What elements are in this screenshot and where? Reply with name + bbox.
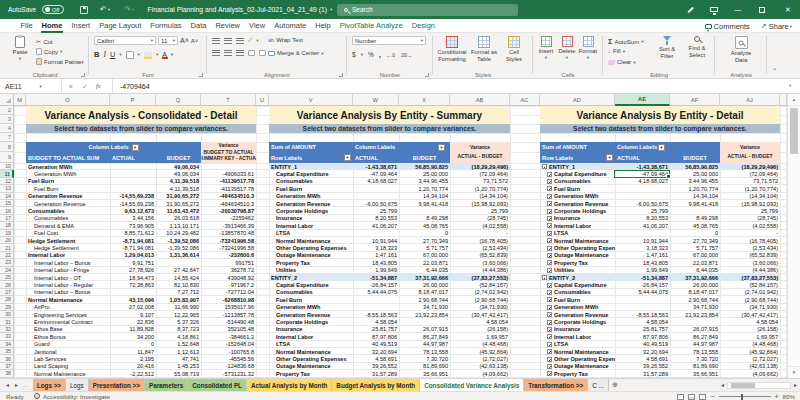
row-header-17[interactable]: 17 bbox=[0, 215, 14, 222]
budget-cell[interactable] bbox=[156, 259, 201, 266]
expand-icon[interactable] bbox=[547, 216, 552, 221]
budget-cell[interactable]: 1,05,83,907 bbox=[156, 296, 201, 303]
row-label[interactable]: Land Scaping bbox=[26, 363, 110, 370]
variance-cell[interactable]: 25,799 bbox=[720, 207, 780, 214]
expand-icon[interactable] bbox=[547, 209, 552, 214]
variance-cell[interactable]: (30,47,42,417) bbox=[450, 311, 510, 318]
budget-cell[interactable]: 7,30,720 bbox=[670, 355, 720, 362]
collapse-icon[interactable] bbox=[542, 275, 547, 280]
variance-cell[interactable]: (28,745) bbox=[450, 215, 510, 222]
budget-cell[interactable]: 5,71,757 bbox=[399, 244, 450, 251]
budget-cell[interactable]: 27,42,647 bbox=[156, 267, 201, 274]
budget-cell[interactable]: 5,37,326 bbox=[156, 318, 201, 325]
budget-cell[interactable]: 37,31,92,666 bbox=[399, 274, 450, 281]
row-header-38[interactable]: 38 bbox=[0, 370, 14, 377]
actual-cell[interactable]: -8,71,94,081 bbox=[110, 237, 156, 244]
column-labels-filter-icon[interactable]: ▼ bbox=[438, 144, 445, 151]
budget-cell[interactable]: 2,90,68,744 bbox=[399, 296, 450, 303]
actual-cell[interactable]: 27,78,926 bbox=[110, 267, 156, 274]
row-label[interactable]: Demand & EMA bbox=[26, 222, 110, 229]
row-label[interactable]: Internal Labor bbox=[269, 333, 353, 340]
increase-font-icon[interactable]: A˄ bbox=[180, 37, 189, 44]
row-labels-filter-icon[interactable]: ▼ bbox=[344, 154, 351, 161]
actual-cell[interactable]: 25,81,757 bbox=[353, 326, 399, 333]
variance-cell[interactable]: (45,92,864) bbox=[720, 348, 780, 355]
row-label[interactable]: Fuel Burn bbox=[269, 296, 353, 303]
collapse-icon[interactable] bbox=[542, 164, 547, 169]
budget-cell[interactable]: 8,49,298 bbox=[399, 215, 450, 222]
row-label[interactable]: Internal Labor - Fringe bbox=[26, 267, 110, 274]
menu-tab-view[interactable]: View bbox=[245, 19, 270, 33]
row-header-4[interactable]: 4 bbox=[0, 124, 14, 133]
variance-cell[interactable]: -5731231.32 bbox=[201, 370, 256, 377]
row-header-9[interactable]: 9 bbox=[0, 152, 14, 163]
row-header-12[interactable]: 12 bbox=[0, 178, 14, 185]
variance-cell[interactable]: (2,53,434) bbox=[450, 244, 510, 251]
budget-cell[interactable]: 44,97,987 bbox=[670, 341, 720, 348]
row-label[interactable]: Janitorial bbox=[26, 348, 110, 355]
column-header-P[interactable]: P bbox=[110, 94, 156, 106]
align-top-icon[interactable] bbox=[212, 38, 220, 44]
column-header-AE[interactable]: AE bbox=[615, 94, 670, 106]
variance-cell[interactable]: -41139517.78 bbox=[201, 178, 256, 185]
budget-cell[interactable]: 1,52,648 bbox=[156, 341, 201, 348]
variance-cell[interactable]: (72,09,464) bbox=[450, 170, 510, 177]
budget-cell[interactable]: 78,13,558 bbox=[399, 348, 450, 355]
budget-cell[interactable]: 25,00,000 bbox=[399, 170, 450, 177]
select-all-button[interactable] bbox=[0, 94, 14, 106]
row-label[interactable]: Generation Revenue bbox=[26, 200, 110, 207]
variance-cell[interactable]: 1,69,957 bbox=[450, 333, 510, 340]
vertical-scroll-thumb[interactable] bbox=[790, 108, 798, 154]
row-label[interactable]: Corporate Holdings bbox=[269, 207, 353, 214]
actual-cell[interactable]: 31,57,289 bbox=[615, 370, 670, 377]
align-center-icon[interactable] bbox=[224, 50, 232, 56]
row-header-32[interactable]: 32 bbox=[0, 326, 14, 333]
row-label[interactable]: Consumables bbox=[540, 289, 615, 296]
copy-button[interactable]: Copy▾ bbox=[36, 48, 62, 55]
alignment-dialog-launcher[interactable] bbox=[339, 73, 343, 77]
row-label[interactable]: Generation MWh bbox=[269, 193, 353, 200]
sheet-tab-c-[interactable]: C ... bbox=[588, 379, 609, 391]
actual-cell[interactable]: 40,49,519 bbox=[353, 341, 399, 348]
actual-cell[interactable]: 41,06,207 bbox=[615, 222, 670, 229]
row-label[interactable]: Utilities bbox=[540, 267, 615, 274]
row-label[interactable]: Consumables bbox=[26, 215, 110, 222]
comma-format-icon[interactable]: , bbox=[379, 50, 381, 59]
bold-button[interactable]: B bbox=[94, 50, 99, 59]
row-header-2[interactable]: 2 bbox=[0, 106, 14, 115]
column-header-xx[interactable] bbox=[780, 94, 787, 106]
actual-cell[interactable]: 31,57,289 bbox=[353, 370, 399, 377]
budget-cell[interactable]: 67,00,000 bbox=[399, 252, 450, 259]
row-label[interactable]: Other Operating Expense bbox=[540, 244, 615, 251]
variance-cell[interactable]: (4,02,558) bbox=[450, 222, 510, 229]
increase-indent-icon[interactable] bbox=[259, 50, 266, 56]
row-header-18[interactable]: 18 bbox=[0, 222, 14, 229]
sheet-tab-actual-analysis-by-month[interactable]: Actual Analysis by Month bbox=[247, 379, 332, 391]
actual-cell[interactable] bbox=[353, 185, 399, 192]
expand-icon[interactable] bbox=[547, 371, 552, 376]
budget-cell[interactable]: 86,27,849 bbox=[670, 333, 720, 340]
variance-cell[interactable]: (1,20,70,774) bbox=[450, 185, 510, 192]
actual-cell[interactable]: 1,47,161 bbox=[353, 252, 399, 259]
budget-cell[interactable]: 81,89,690 bbox=[670, 363, 720, 370]
row-label[interactable]: Lab Services bbox=[26, 355, 110, 362]
expand-icon[interactable] bbox=[547, 297, 552, 302]
row-label[interactable]: ENTITY_2 bbox=[540, 274, 615, 281]
actual-cell[interactable] bbox=[615, 230, 670, 237]
budget-cell[interactable]: 31,90,65,272 bbox=[156, 200, 201, 207]
decrease-indent-icon[interactable] bbox=[248, 50, 255, 56]
italic-button[interactable]: I bbox=[103, 50, 106, 59]
budget-cell[interactable]: 56,85,90,825 bbox=[399, 163, 450, 170]
variance-cell[interactable]: 4,58,054 bbox=[450, 318, 510, 325]
expand-icon[interactable] bbox=[547, 268, 552, 273]
variance-cell[interactable]: -727712.04 bbox=[201, 289, 256, 296]
actual-cell[interactable]: 0 bbox=[110, 341, 156, 348]
expand-icon[interactable] bbox=[547, 334, 552, 339]
number-format-select[interactable]: Number▾ bbox=[352, 36, 426, 45]
row-header-14[interactable]: 14 bbox=[0, 193, 14, 200]
row-label[interactable]: Insurance bbox=[269, 326, 353, 333]
variance-cell[interactable]: -152648.04 bbox=[201, 341, 256, 348]
row-label[interactable]: Normal Maintenance bbox=[269, 348, 353, 355]
variance-cell[interactable]: (4,09,662) bbox=[450, 370, 510, 377]
sheet-nav-right-icon[interactable]: ► bbox=[14, 382, 19, 388]
